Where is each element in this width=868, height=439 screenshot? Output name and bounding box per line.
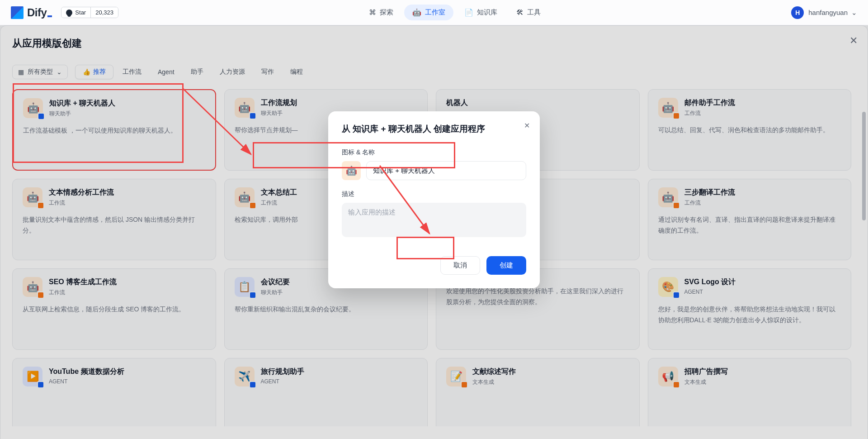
logo[interactable]: Dify	[11, 6, 52, 19]
cancel-button[interactable]: 取消	[440, 256, 480, 275]
github-star-count: 20,323	[90, 7, 118, 18]
avatar[interactable]: H	[791, 6, 804, 19]
modal-actions: 取消 创建	[342, 256, 526, 275]
explore-icon: ⌘	[369, 8, 376, 17]
user-name: hanfangyuan	[808, 9, 848, 16]
label-icon-name: 图标 & 名称	[342, 148, 526, 157]
logo-mark-icon	[11, 6, 24, 19]
nav-item-tools[interactable]: 🛠工具	[508, 5, 549, 20]
close-icon[interactable]: ✕	[524, 121, 530, 130]
nav-item-studio[interactable]: 🤖工作室	[404, 5, 453, 20]
github-star-label: Star	[75, 9, 86, 16]
create-button[interactable]: 创建	[486, 256, 526, 275]
github-icon	[66, 10, 72, 16]
github-star-button[interactable]: Star 20,323	[61, 7, 118, 18]
robot-icon: 🤖	[412, 8, 421, 17]
nav-item-explore[interactable]: ⌘探索	[361, 5, 401, 20]
app-name-input[interactable]	[366, 161, 526, 180]
app-description-input[interactable]	[342, 203, 526, 237]
app-icon-picker[interactable]: 🤖	[342, 161, 361, 180]
create-app-modal: 从 知识库 + 聊天机器人 创建应用程序 ✕ 图标 & 名称 🤖 描述 取消 创…	[328, 111, 540, 288]
nav-item-knowledge[interactable]: 📄知识库	[456, 5, 505, 20]
nav-item-label: 工作室	[425, 8, 445, 17]
wrench-icon: 🛠	[516, 9, 524, 17]
logo-text: Dify	[27, 6, 52, 19]
user-menu[interactable]: hanfangyuan ⌄	[808, 9, 857, 17]
modal-title: 从 知识库 + 聊天机器人 创建应用程序	[342, 123, 526, 135]
nav-item-label: 知识库	[477, 8, 497, 17]
chevron-down-icon: ⌄	[851, 9, 857, 17]
label-description: 描述	[342, 190, 526, 198]
top-navbar: Dify Star 20,323 ⌘探索 🤖工作室 📄知识库 🛠工具 H han…	[0, 0, 868, 25]
nav-item-label: 探索	[380, 8, 393, 17]
nav-center: ⌘探索 🤖工作室 📄知识库 🛠工具	[118, 5, 791, 20]
nav-item-label: 工具	[527, 8, 541, 17]
document-icon: 📄	[464, 8, 473, 17]
